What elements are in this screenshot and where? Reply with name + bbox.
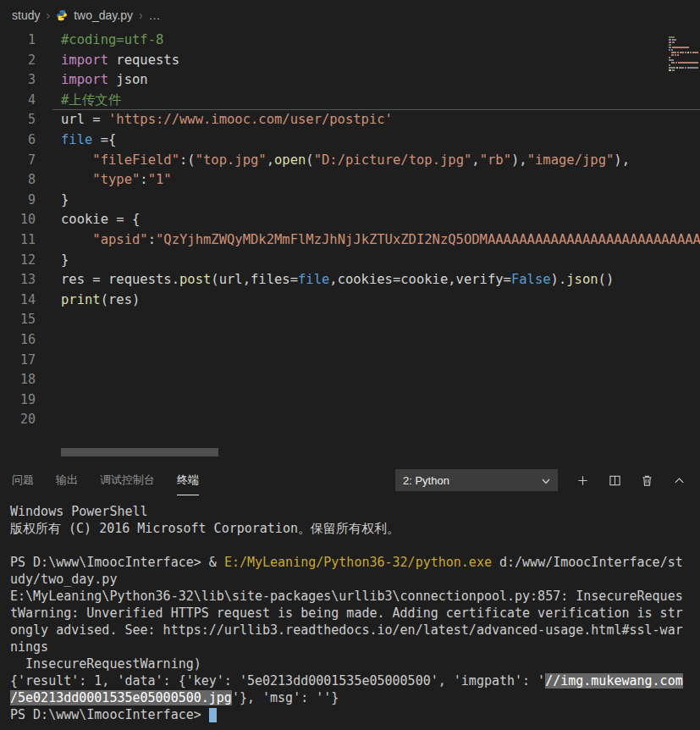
- code-line[interactable]: 2import requests: [0, 51, 700, 71]
- terminal-line: InsecureRequestWarning): [10, 655, 700, 672]
- code-token: }: [61, 192, 69, 207]
- code-token: cookie = {: [61, 212, 140, 227]
- minimap-token: [671, 62, 675, 64]
- code-line[interactable]: 8 "type":"1": [0, 170, 700, 191]
- breadcrumb-item-symbol[interactable]: …: [149, 8, 161, 22]
- minimap-line: [669, 62, 698, 64]
- code-text: print(res): [61, 290, 140, 311]
- terminal-text-segment: /5e0213dd0001535e05000500.jpg: [10, 690, 232, 705]
- minimap-token: [687, 67, 698, 69]
- terminal-line: PS D:\www\ImoocInterface> & E:/MyLeaning…: [10, 554, 700, 571]
- minimap-token: [675, 62, 677, 64]
- code-line[interactable]: 3import json: [0, 70, 700, 91]
- split-terminal-button[interactable]: [605, 471, 624, 489]
- minimap-token: [671, 52, 676, 53]
- code-token: "QzYjhmZWQyMDk2MmFlMzJhNjJkZTUxZDI2NzQ5O…: [156, 232, 700, 247]
- breadcrumb-item-folder[interactable]: study: [12, 8, 40, 22]
- code-editor[interactable]: 1#coding=utf-82import requests3import js…: [0, 30, 700, 461]
- terminal-text-segment: '}, 'msg': ''}: [232, 690, 339, 705]
- line-number: 18: [0, 370, 36, 390]
- new-terminal-button[interactable]: [573, 471, 592, 489]
- minimap-token: [669, 47, 671, 48]
- maximize-panel-button[interactable]: [670, 471, 688, 489]
- minimap-token: [669, 54, 670, 56]
- code-token: print: [61, 292, 101, 307]
- code-token: url =: [61, 112, 108, 127]
- line-number: 3: [0, 70, 36, 91]
- minimap-token: [677, 52, 679, 53]
- code-token: (res): [101, 292, 141, 307]
- code-line[interactable]: 20: [0, 410, 700, 430]
- minimap[interactable]: [666, 34, 700, 75]
- minimap-token: [687, 52, 689, 53]
- code-token: "apsid": [92, 232, 147, 247]
- code-line[interactable]: 12}: [0, 251, 700, 271]
- code-text: res = requests.post(url,files=file,cooki…: [61, 270, 614, 290]
- code-line[interactable]: 19: [0, 390, 700, 411]
- code-token: import: [61, 53, 108, 68]
- code-token: ={: [92, 132, 116, 147]
- code-line[interactable]: 11 "apsid":"QzYjhmZWQyMDk2MmFlMzJhNjJkZT…: [0, 230, 700, 251]
- terminal-text-segment: Windows PowerShell: [10, 504, 148, 519]
- code-line[interactable]: 7 "fileField":("top.jpg",open("D:/pictur…: [0, 151, 700, 171]
- code-line[interactable]: 4#上传文件: [0, 91, 700, 111]
- code-line[interactable]: 10cookie = {: [0, 210, 700, 230]
- terminal-line: Windows PowerShell: [10, 503, 700, 520]
- minimap-token: [669, 44, 671, 46]
- code-token: "1": [148, 172, 172, 187]
- code-line[interactable]: 17: [0, 351, 700, 371]
- code-text: file ={: [61, 130, 116, 151]
- chevron-right-icon: ›: [46, 8, 50, 22]
- code-line[interactable]: 1#coding=utf-8: [0, 30, 700, 51]
- minimap-token: [677, 54, 679, 56]
- code-line[interactable]: 6file ={: [0, 130, 700, 151]
- terminal-area[interactable]: Windows PowerShell版权所有 (C) 2016 Microsof…: [0, 500, 700, 730]
- terminal-text-segment: InsecureRequestWarning): [10, 656, 201, 672]
- tab-terminal[interactable]: 终端: [177, 473, 199, 488]
- code-token: json: [108, 72, 148, 87]
- code-line[interactable]: 18: [0, 370, 700, 390]
- code-token: "D:/picture/top.jpg": [314, 152, 472, 168]
- code-line[interactable]: 15: [0, 310, 700, 330]
- code-token: ).: [551, 272, 567, 287]
- line-number: 20: [0, 410, 36, 430]
- minimap-token: [669, 57, 670, 58]
- line-number: 12: [0, 251, 36, 271]
- tab-problems[interactable]: 问题: [12, 473, 34, 488]
- minimap-token: [669, 39, 671, 41]
- minimap-token: [675, 54, 676, 56]
- code-line[interactable]: 9}: [0, 191, 700, 211]
- line-number: 17: [0, 351, 36, 371]
- code-token: import: [61, 72, 108, 87]
- tab-debug-console[interactable]: 调试控制台: [100, 473, 155, 488]
- code-token: :(: [179, 152, 196, 168]
- minimap-token: [671, 54, 674, 56]
- code-token: ),: [511, 152, 527, 168]
- kill-terminal-button[interactable]: [637, 471, 656, 489]
- code-line[interactable]: 16: [0, 330, 700, 351]
- code-token: requests: [108, 53, 179, 68]
- line-number: 4: [0, 91, 36, 111]
- code-line[interactable]: 5url = 'https://www.imooc.com/user/postp…: [0, 110, 700, 130]
- horizontal-scrollbar[interactable]: [61, 448, 218, 456]
- minimap-token: [669, 36, 675, 38]
- plus-icon: [576, 474, 589, 487]
- python-file-icon: [56, 9, 68, 21]
- terminal-picker-dropdown[interactable]: 2: Python: [395, 469, 558, 491]
- line-number: 2: [0, 51, 36, 71]
- code-text: "apsid":"QzYjhmZWQyMDk2MmFlMzJhNjJkZTUxZ…: [61, 230, 700, 251]
- terminal-text-segment: E:\MyLeaning\Python36-32\lib\site-packag…: [10, 589, 683, 604]
- breadcrumb-item-file[interactable]: two_day.py: [74, 8, 133, 22]
- minimap-token: [672, 47, 689, 48]
- code-line[interactable]: 13res = requests.post(url,files=file,coo…: [0, 270, 700, 290]
- minimap-token: [669, 41, 671, 43]
- terminal-text-segment: ongly advised. See: https://urllib3.read…: [10, 622, 683, 638]
- tab-output[interactable]: 输出: [56, 473, 78, 488]
- code-line[interactable]: 14print(res): [0, 290, 700, 311]
- code-token: False: [511, 272, 551, 287]
- code-text: import json: [61, 70, 148, 91]
- breadcrumb: study › two_day.py › …: [0, 0, 700, 30]
- line-number: 8: [0, 170, 36, 191]
- trash-icon: [641, 474, 653, 487]
- minimap-token: [669, 59, 674, 61]
